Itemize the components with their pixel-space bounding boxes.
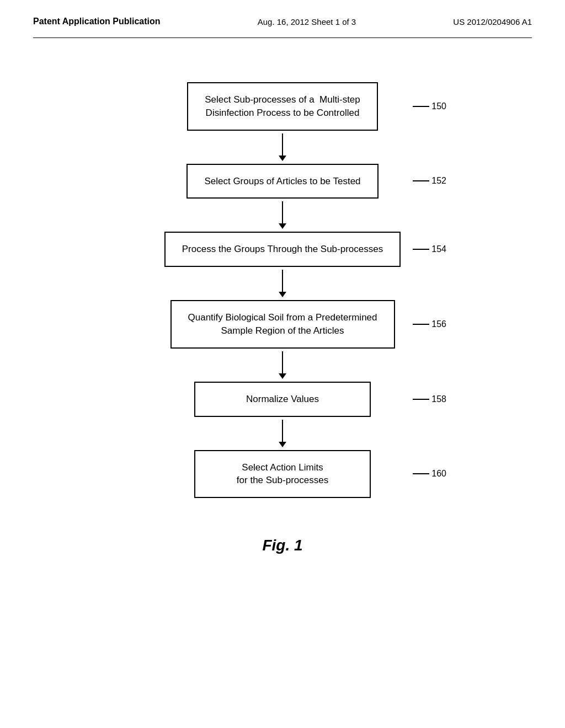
arrow-5 (279, 417, 286, 450)
box-158: Normalize Values (194, 382, 371, 417)
box-152-text: Select Groups of Articles to be Tested (204, 176, 360, 186)
arrow-5-line (282, 420, 283, 442)
label-154: 154 (431, 244, 446, 254)
date-sheet-label: Aug. 16, 2012 Sheet 1 of 3 (258, 17, 356, 26)
arrow-1-head (279, 156, 286, 161)
box-160-text: Select Action Limitsfor the Sub-processe… (237, 462, 328, 486)
arrow-1 (279, 131, 286, 164)
label-150: 150 (431, 101, 446, 111)
flowchart-diagram: Select Sub-processes of a Multi-stepDisi… (33, 71, 532, 509)
label-152: 152 (431, 176, 446, 186)
patent-number-label: US 2012/0204906 A1 (453, 17, 532, 26)
box-154: Process the Groups Through the Sub-proce… (164, 232, 401, 267)
arrow-2-line (282, 201, 283, 223)
label-154-container: 154 (413, 244, 446, 254)
arrow-3 (279, 267, 286, 300)
box-152: Select Groups of Articles to be Tested (186, 164, 378, 199)
arrow-4-line (282, 351, 283, 373)
label-156-line (413, 324, 429, 325)
label-152-line (413, 180, 429, 181)
page-header: Patent Application Publication Aug. 16, … (33, 17, 532, 38)
arrow-5-head (279, 442, 286, 447)
label-158: 158 (431, 394, 446, 404)
flow-step-150: Select Sub-processes of a Multi-stepDisi… (33, 82, 532, 131)
page: Patent Application Publication Aug. 16, … (0, 0, 565, 728)
label-160: 160 (431, 469, 446, 479)
box-160: Select Action Limitsfor the Sub-processe… (194, 450, 371, 499)
label-152-container: 152 (413, 176, 446, 186)
label-160-line (413, 473, 429, 474)
box-150: Select Sub-processes of a Multi-stepDisi… (187, 82, 378, 131)
label-158-line (413, 399, 429, 400)
box-158-text: Normalize Values (246, 394, 319, 404)
label-156-container: 156 (413, 319, 446, 329)
flow-step-156: Quantify Biological Soil from a Predeter… (33, 300, 532, 349)
label-160-container: 160 (413, 469, 446, 479)
box-150-text: Select Sub-processes of a Multi-stepDisi… (205, 94, 360, 118)
label-150-container: 150 (413, 101, 446, 111)
flow-step-158: Normalize Values 158 (33, 382, 532, 417)
flow-step-154: Process the Groups Through the Sub-proce… (33, 232, 532, 267)
publication-label: Patent Application Publication (33, 17, 161, 26)
label-156: 156 (431, 319, 446, 329)
arrow-3-head (279, 292, 286, 297)
flow-step-160: Select Action Limitsfor the Sub-processe… (33, 450, 532, 499)
figure-caption: Fig. 1 (33, 537, 532, 554)
box-154-text: Process the Groups Through the Sub-proce… (182, 244, 383, 254)
arrow-4 (279, 349, 286, 382)
flow-step-152: Select Groups of Articles to be Tested 1… (33, 164, 532, 199)
arrow-3-line (282, 270, 283, 292)
arrow-2-head (279, 223, 286, 229)
arrow-4-head (279, 373, 286, 379)
label-158-container: 158 (413, 394, 446, 404)
box-156-text: Quantify Biological Soil from a Predeter… (188, 312, 377, 336)
arrow-1-line (282, 133, 283, 156)
arrow-2 (279, 199, 286, 232)
label-150-line (413, 106, 429, 107)
label-154-line (413, 249, 429, 250)
box-156: Quantify Biological Soil from a Predeter… (170, 300, 395, 349)
